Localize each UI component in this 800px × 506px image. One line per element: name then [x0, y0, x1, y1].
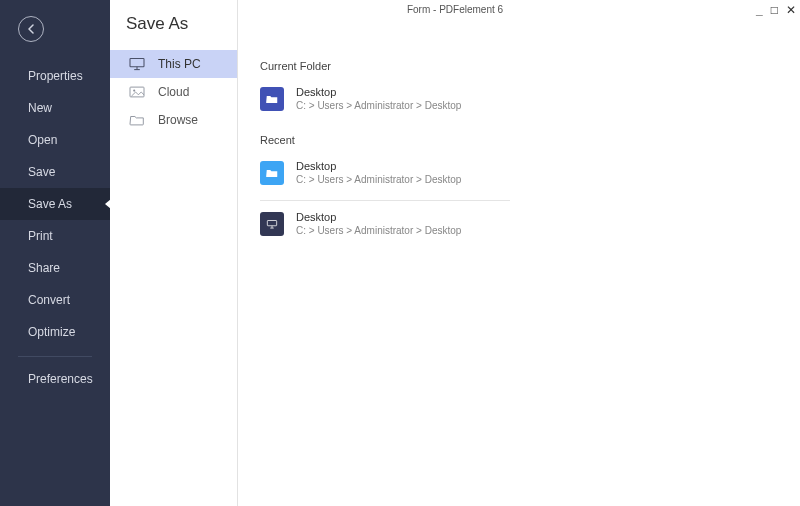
folder-path: C: > Users > Administrator > Desktop: [296, 173, 461, 186]
nav-share[interactable]: Share: [0, 252, 110, 284]
nav-new[interactable]: New: [0, 92, 110, 124]
folder-path: C: > Users > Administrator > Desktop: [296, 99, 461, 112]
nav-label: Share: [28, 261, 60, 275]
svg-rect-5: [267, 221, 276, 226]
folder-name: Desktop: [296, 211, 461, 224]
nav-save-as[interactable]: Save As: [0, 188, 110, 220]
file-sidebar: Properties New Open Save Save As Print S…: [0, 0, 110, 506]
nav-properties[interactable]: Properties: [0, 60, 110, 92]
close-icon[interactable]: ✕: [786, 0, 796, 20]
sidebar-divider: [18, 356, 92, 357]
nav-label: Save: [28, 165, 55, 179]
nav-label: Open: [28, 133, 57, 147]
folder-text: Desktop C: > Users > Administrator > Des…: [296, 160, 461, 186]
location-panel: Save As This PC Cloud Browse: [110, 0, 238, 506]
folder-path: C: > Users > Administrator > Desktop: [296, 224, 461, 237]
monitor-icon: [128, 57, 146, 71]
window-title-text: Form - PDFelement 6: [407, 4, 503, 15]
folder-recent-1[interactable]: Desktop C: > Users > Administrator > Des…: [260, 156, 778, 194]
nav-open[interactable]: Open: [0, 124, 110, 156]
main-content: Current Folder Desktop C: > Users > Admi…: [238, 0, 800, 506]
folder-current[interactable]: Desktop C: > Users > Administrator > Des…: [260, 82, 778, 120]
window-title: Form - PDFelement 6: [110, 0, 800, 20]
nav-label: Print: [28, 229, 53, 243]
folder-icon: [128, 113, 146, 127]
svg-rect-0: [130, 58, 144, 66]
location-this-pc[interactable]: This PC: [110, 50, 237, 78]
nav-label: New: [28, 101, 52, 115]
nav-save[interactable]: Save: [0, 156, 110, 188]
nav-label: Convert: [28, 293, 70, 307]
recent-heading: Recent: [260, 134, 778, 146]
loc-label: Browse: [158, 113, 198, 127]
location-browse[interactable]: Browse: [110, 106, 237, 134]
nav-label: Properties: [28, 69, 83, 83]
folder-name: Desktop: [296, 86, 461, 99]
nav-preferences[interactable]: Preferences: [0, 363, 110, 395]
location-cloud[interactable]: Cloud: [110, 78, 237, 106]
picture-icon: [128, 85, 146, 99]
folder-text: Desktop C: > Users > Administrator > Des…: [296, 86, 461, 112]
nav-label: Optimize: [28, 325, 75, 339]
chevron-left-icon: [26, 24, 36, 34]
loc-label: This PC: [158, 57, 201, 71]
nav-convert[interactable]: Convert: [0, 284, 110, 316]
maximize-icon[interactable]: □: [771, 0, 778, 20]
loc-label: Cloud: [158, 85, 189, 99]
nav-label: Save As: [28, 197, 72, 211]
current-folder-heading: Current Folder: [260, 60, 778, 72]
folder-light-icon: [260, 161, 284, 185]
window-controls: _ □ ✕: [756, 0, 796, 20]
nav-label: Preferences: [28, 372, 93, 386]
svg-point-4: [133, 90, 135, 92]
folder-text: Desktop C: > Users > Administrator > Des…: [296, 211, 461, 237]
folder-filled-icon: [260, 87, 284, 111]
back-button[interactable]: [18, 16, 44, 42]
nav-optimize[interactable]: Optimize: [0, 316, 110, 348]
monitor-dark-icon: [260, 212, 284, 236]
folder-name: Desktop: [296, 160, 461, 173]
minimize-icon[interactable]: _: [756, 0, 763, 20]
folder-recent-2[interactable]: Desktop C: > Users > Administrator > Des…: [260, 207, 778, 245]
nav-print[interactable]: Print: [0, 220, 110, 252]
recent-divider: [260, 200, 510, 201]
